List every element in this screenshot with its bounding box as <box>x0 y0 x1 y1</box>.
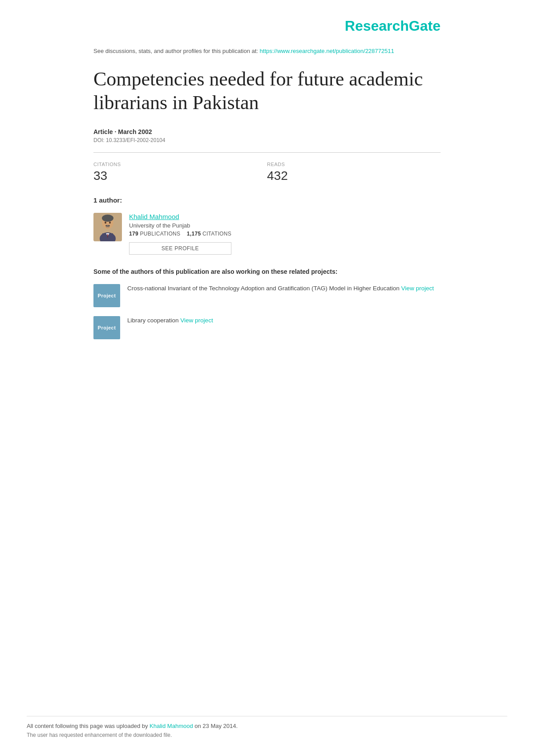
footer-uploader-link[interactable]: Khalid Mahmood <box>150 723 193 729</box>
related-projects-heading: Some of the authors of this publication … <box>93 268 441 275</box>
svg-point-12 <box>107 224 109 225</box>
svg-point-8 <box>109 221 111 223</box>
article-type: Article <box>93 128 113 135</box>
project-link-1[interactable]: View project <box>401 285 434 292</box>
publication-url[interactable]: https://www.researchgate.net/publication… <box>260 48 394 54</box>
project-icon-2: Project <box>93 316 120 339</box>
citations-value: 33 <box>93 169 267 183</box>
top-info-text: See discussions, stats, and author profi… <box>93 48 258 54</box>
authors-section: 1 author: <box>93 196 441 255</box>
svg-rect-10 <box>109 220 111 221</box>
footer-line1-suffix: on 23 May 2014. <box>194 723 238 729</box>
project-text-1: Cross-national Invariant of the Technolo… <box>127 284 434 293</box>
article-date: March 2002 <box>118 128 152 135</box>
project-link-2[interactable]: View project <box>180 317 213 324</box>
author-cite-count: 1,175 <box>187 231 201 237</box>
footer-upload-info: All content following this page was uplo… <box>27 723 507 729</box>
article-type-date: Article · March 2002 <box>93 128 441 135</box>
project-icon-label-1: Project <box>98 293 116 298</box>
page-footer: All content following this page was uplo… <box>27 716 507 738</box>
author-stats: 179 PUBLICATIONS 1,175 CITATIONS <box>129 231 231 237</box>
project-card-2: Project Library cooperation View project <box>93 316 441 339</box>
svg-point-2 <box>102 215 113 222</box>
author-avatar <box>93 213 122 241</box>
authors-heading: 1 author: <box>93 196 441 204</box>
author-info: Khalid Mahmood University of the Punjab … <box>129 213 231 255</box>
reads-value: 432 <box>267 169 441 183</box>
footer-enhancement-note: The user has requested enhancement of th… <box>27 732 507 738</box>
svg-point-7 <box>105 221 106 223</box>
reads-label: READS <box>267 162 441 167</box>
author-cite-label: CITATIONS <box>202 231 231 237</box>
author-affiliation: University of the Punjab <box>129 222 231 229</box>
author-card: Khalid Mahmood University of the Punjab … <box>93 213 441 255</box>
divider-1 <box>93 152 441 153</box>
author-pub-label: PUBLICATIONS <box>140 231 181 237</box>
project-card-1: Project Cross-national Invariant of the … <box>93 284 441 307</box>
article-doi: DOI: 10.3233/EFI-2002-20104 <box>93 137 441 143</box>
footer-line1-text: All content following this page was uplo… <box>27 723 148 729</box>
reads-stat: READS 432 <box>267 162 441 183</box>
see-profile-button[interactable]: SEE PROFILE <box>129 242 231 255</box>
header: ResearchGate <box>93 18 441 34</box>
article-title: Competencies needed for future academic … <box>93 68 441 115</box>
publication-link-row: See discussions, stats, and author profi… <box>93 48 441 54</box>
author-pub-count: 179 <box>129 231 138 237</box>
project-text-2: Library cooperation View project <box>127 316 213 325</box>
researchgate-logo: ResearchGate <box>345 18 441 34</box>
citations-stat: CITATIONS 33 <box>93 162 267 183</box>
project-description-1: Cross-national Invariant of the Technolo… <box>127 285 400 292</box>
project-icon-1: Project <box>93 284 120 307</box>
author-name-link[interactable]: Khalid Mahmood <box>129 213 231 220</box>
svg-rect-9 <box>104 220 107 221</box>
article-meta: Article · March 2002 DOI: 10.3233/EFI-20… <box>93 128 441 143</box>
related-projects-section: Some of the authors of this publication … <box>93 268 441 339</box>
stats-row: CITATIONS 33 READS 432 <box>93 162 441 183</box>
project-description-2: Library cooperation <box>127 317 179 324</box>
citations-label: CITATIONS <box>93 162 267 167</box>
project-icon-label-2: Project <box>98 325 116 330</box>
